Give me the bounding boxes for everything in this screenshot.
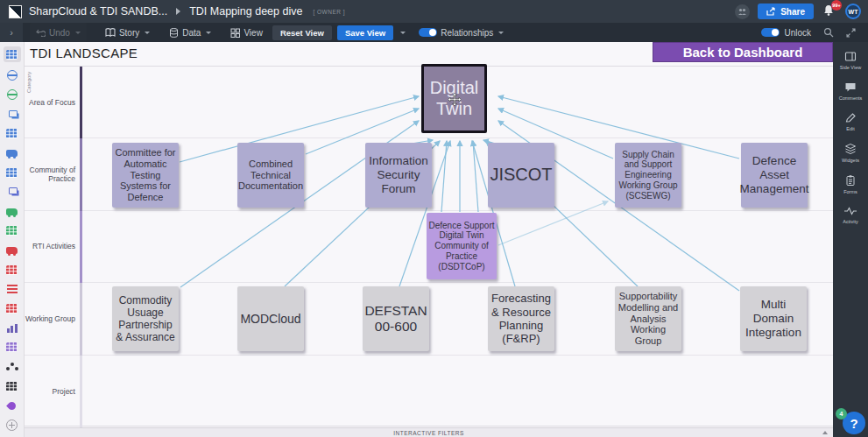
users-icon[interactable]: [735, 4, 750, 19]
add-view-button[interactable]: [4, 419, 21, 432]
activity-button[interactable]: Activity: [843, 206, 857, 224]
vehicle-icon: [6, 208, 18, 215]
category-bar-segment: [80, 67, 82, 138]
table-icon: [6, 129, 18, 138]
notifications-button[interactable]: 99+: [822, 4, 837, 19]
undo-button[interactable]: Undo: [30, 23, 87, 42]
sidebar-view-web-blue[interactable]: [4, 69, 21, 81]
data-icon: [169, 28, 179, 38]
workspace-title[interactable]: SharpCloud & TDI SANDB...: [29, 5, 167, 18]
node-dsdtcop[interactable]: Defence Support Digital Twin Community o…: [427, 213, 497, 279]
search-icon[interactable]: [823, 27, 834, 38]
interactive-filters-bar[interactable]: INTERACTIVE FILTERS: [25, 427, 833, 437]
node-modcloud[interactable]: MODCloud: [237, 286, 304, 351]
sidebar-view-dashboard[interactable]: [4, 46, 21, 62]
unlock-toggle[interactable]: [761, 28, 780, 37]
node-jiscot[interactable]: JISCOT: [488, 143, 554, 208]
category-bar-segment: [80, 211, 82, 283]
node-information-security-forum[interactable]: Information Security Forum: [365, 143, 432, 208]
side-view-icon: [844, 51, 857, 62]
landscape-canvas: TDI LANDSCAPE Back to Dashboard Category…: [25, 42, 833, 427]
data-label: Data: [182, 28, 201, 38]
forms-button[interactable]: Forms: [843, 174, 857, 194]
category-bar-segment: [80, 356, 82, 427]
sidebar-view-table-purple[interactable]: [4, 342, 21, 354]
vehicle-icon: [6, 150, 18, 157]
fullscreen-icon[interactable]: [846, 28, 856, 38]
header-bar: SharpCloud & TDI SANDB... TDI Mapping de…: [0, 0, 868, 23]
expand-panel-chevron[interactable]: ›: [0, 23, 23, 42]
widget-icon: [9, 187, 18, 194]
dashboard-view-icon: [6, 50, 18, 60]
comments-button[interactable]: Comments: [839, 81, 863, 101]
undo-caret-icon: [75, 32, 81, 34]
avatar[interactable]: WT: [845, 4, 861, 19]
forms-clipboard-icon: [844, 174, 857, 187]
widgets-layers-icon: [844, 143, 857, 155]
sidebar-view-widget-blue[interactable]: [4, 186, 21, 198]
sidebar-view-table-blue-2[interactable]: [4, 166, 21, 179]
share-label: Share: [780, 7, 805, 17]
table-icon: [6, 168, 18, 178]
share-button[interactable]: Share: [758, 4, 814, 19]
table-icon: [6, 342, 18, 352]
sidebar-view-network[interactable]: [4, 361, 21, 373]
story-icon: [105, 28, 116, 37]
sidebar-view-table-green[interactable]: [4, 225, 21, 237]
relationships-toggle[interactable]: [419, 28, 437, 37]
undo-label: Undo: [49, 28, 70, 38]
node-digital-twin[interactable]: Digital Twin: [421, 64, 487, 133]
data-menu[interactable]: Data: [163, 23, 217, 42]
node-combined-technical-documentation[interactable]: Combined Technical Documentation: [237, 143, 304, 208]
toolbar: › Undo Story Data View Reset View Save V…: [0, 23, 868, 42]
sidebar-view-table-red-2[interactable]: [4, 302, 21, 314]
sidebar-view-vehicle-red[interactable]: [4, 244, 21, 257]
node-commodity-usage-partnership[interactable]: Commodity Usuage Partnership & Assurance: [112, 286, 179, 351]
back-to-dashboard-button[interactable]: Back to Dashboard: [653, 42, 833, 62]
widgets-button[interactable]: Widgets: [842, 143, 859, 163]
node-multi-domain-integration[interactable]: Multi Domain Integration: [740, 286, 807, 351]
data-caret-icon: [206, 32, 211, 34]
sidebar-view-table-blue[interactable]: [4, 128, 21, 140]
reset-view-button[interactable]: Reset View: [272, 25, 332, 40]
sidebar-view-web-green[interactable]: [4, 88, 21, 101]
sharpcloud-app: SharpCloud & TDI SANDB... TDI Mapping de…: [0, 0, 868, 437]
sharpcloud-logo-icon[interactable]: [9, 5, 22, 18]
node-scsewg[interactable]: Supply Chain and Support Engineering Wor…: [615, 143, 681, 208]
node-committee-automatic-testing[interactable]: Committee for Automatic Testing Systems …: [112, 143, 179, 208]
expand-filters-chevron-icon: [822, 431, 828, 434]
edit-button[interactable]: Edit: [844, 112, 857, 131]
save-view-caret-icon[interactable]: [400, 32, 406, 34]
sidebar-view-table-red[interactable]: [4, 264, 21, 276]
view-menu[interactable]: View: [224, 23, 269, 42]
sidebar-view-table-black[interactable]: [4, 380, 21, 392]
story-caret-icon: [145, 32, 150, 34]
node-supportability-modelling[interactable]: Supportability Modelling and Analysis Wo…: [615, 286, 681, 351]
sidebar-view-cards[interactable]: [4, 109, 21, 121]
view-title: TDI LANDSCAPE: [30, 46, 138, 60]
unlock-toggle-group: Unlock: [761, 23, 811, 42]
node-forecasting-resource-planning[interactable]: Forecasting & Resource Planning (F&RP): [488, 286, 554, 351]
breadcrumb-arrow-icon: [176, 8, 180, 15]
sidebar-view-vehicle-green[interactable]: [4, 206, 21, 218]
move-cursor-icon: [448, 93, 461, 106]
node-defstan-00-600[interactable]: DEFSTAN 00-600: [363, 286, 429, 351]
sidebar-view-chart[interactable]: [4, 322, 21, 335]
rocket-icon: [6, 400, 18, 412]
table-icon: [6, 382, 18, 391]
vehicle-icon: [6, 247, 18, 254]
page-title: TDI Mapping deep dive: [189, 5, 302, 18]
cards-icon: [9, 110, 18, 117]
globe-icon: [7, 70, 18, 81]
sidebar-view-rocket[interactable]: [4, 399, 21, 412]
side-view-button[interactable]: Side View: [840, 51, 861, 70]
relationships-toggle-group: Relationships: [413, 23, 510, 42]
sidebar-view-vehicle-blue[interactable]: [4, 147, 21, 159]
save-view-button[interactable]: Save View: [337, 25, 393, 40]
owner-badge: [ OWNER ]: [313, 9, 345, 15]
story-menu[interactable]: Story: [99, 23, 156, 42]
node-defence-asset-management[interactable]: Defence Asset Management: [741, 143, 808, 208]
notification-count-badge: 99+: [831, 0, 842, 11]
sidebar-view-list-red[interactable]: [4, 283, 21, 295]
undo-icon: [36, 28, 46, 37]
